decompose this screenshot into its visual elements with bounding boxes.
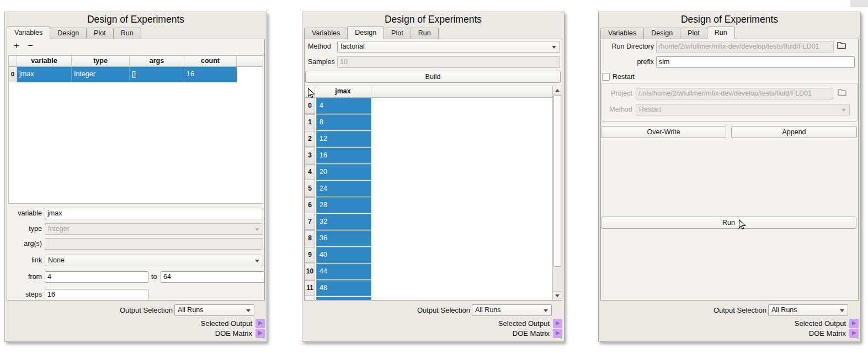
tab-plot[interactable]: Plot [86, 28, 114, 39]
table-row[interactable]: 1148 [305, 280, 553, 297]
cell-jmax[interactable]: 16 [316, 147, 371, 164]
method-select[interactable]: factorial [337, 41, 560, 52]
table-row[interactable]: 316 [305, 147, 553, 164]
selected-output-connector[interactable] [849, 319, 859, 328]
output-selection-label: Output Selection [417, 304, 470, 317]
selected-output-connector[interactable] [553, 319, 562, 328]
link-select[interactable]: None [45, 255, 263, 266]
output-selection-select[interactable]: All Runs [174, 304, 254, 316]
to-input[interactable]: 64 [161, 271, 264, 283]
overwrite-button[interactable]: Over-Write [601, 126, 726, 138]
tab-run[interactable]: Run [411, 28, 439, 39]
cell-jmax[interactable]: 52 [316, 297, 371, 300]
table-row[interactable]: 0 jmax Integer [] 16 [9, 67, 263, 82]
table-row[interactable]: 732 [305, 214, 553, 230]
cell-jmax[interactable]: 32 [316, 214, 371, 230]
row-index[interactable]: 12 [305, 297, 315, 300]
col-header-args[interactable]: args [130, 56, 184, 67]
tab-run[interactable]: Run [707, 27, 735, 39]
cell-variable[interactable]: jmax [17, 67, 72, 82]
row-index[interactable]: 10 [305, 264, 315, 280]
cell-jmax[interactable]: 8 [316, 114, 371, 130]
row-index[interactable]: 5 [305, 181, 315, 197]
table-row[interactable]: 420 [305, 164, 553, 181]
scroll-up-button[interactable] [553, 86, 562, 95]
variables-table-header: variable type args count [9, 56, 263, 67]
cell-jmax[interactable]: 36 [316, 230, 371, 246]
browse-run-directory-button[interactable] [837, 41, 848, 52]
tab-bar: Variables Design Plot Run [600, 27, 734, 39]
resize-grip[interactable] [559, 336, 562, 339]
tab-run[interactable]: Run [113, 28, 141, 39]
variable-input[interactable]: jmax [45, 208, 263, 219]
arrow-right-icon [258, 321, 263, 325]
row-index[interactable]: 0 [305, 98, 315, 114]
remove-variable-button[interactable]: − [25, 41, 35, 51]
steps-input[interactable]: 16 [45, 289, 148, 301]
tab-plot[interactable]: Plot [384, 28, 411, 39]
table-row[interactable]: 18 [305, 114, 553, 131]
build-button[interactable]: Build [305, 71, 561, 83]
table-row[interactable]: 524 [305, 181, 553, 197]
output-selection-label: Output Selection [713, 304, 766, 317]
tab-variables[interactable]: Variables [7, 27, 50, 39]
tab-variables[interactable]: Variables [304, 28, 348, 39]
output-area: Output Selection All Runs Selected Outpu… [302, 301, 564, 341]
prefix-input[interactable]: sim [656, 56, 855, 68]
row-index[interactable]: 3 [305, 147, 315, 164]
page-title: Design of Experiments [302, 14, 564, 25]
table-row[interactable]: 1044 [305, 264, 553, 280]
row-index[interactable]: 11 [305, 280, 315, 296]
col-header-variable[interactable]: variable [17, 56, 72, 67]
cell-jmax[interactable]: 28 [316, 197, 371, 213]
row-index[interactable]: 2 [305, 131, 315, 147]
resize-grip[interactable] [262, 336, 265, 339]
tab-plot[interactable]: Plot [680, 28, 707, 39]
run-button[interactable]: Run [601, 217, 856, 229]
col-header-count[interactable]: count [184, 56, 237, 67]
row-index[interactable]: 4 [305, 164, 315, 180]
cell-jmax[interactable]: 44 [316, 264, 371, 280]
row-index[interactable]: 7 [305, 214, 315, 230]
cell-type[interactable]: Integer [72, 67, 130, 82]
col-header-jmax[interactable]: jmax [315, 86, 371, 98]
restart-checkbox[interactable] [602, 73, 610, 81]
table-row[interactable]: 04 [305, 98, 553, 114]
scroll-down-button[interactable] [553, 291, 562, 300]
resize-grip[interactable] [855, 336, 859, 339]
table-row[interactable]: 212 [305, 131, 553, 147]
row-index[interactable]: 1 [305, 114, 315, 130]
add-variable-button[interactable]: + [12, 41, 22, 51]
cell-jmax[interactable]: 20 [316, 164, 371, 180]
cell-jmax[interactable]: 40 [316, 247, 371, 263]
from-input[interactable]: 4 [45, 271, 148, 283]
tab-variables[interactable]: Variables [600, 28, 644, 39]
col-header-type[interactable]: type [72, 56, 130, 67]
cell-jmax[interactable]: 12 [316, 131, 371, 147]
doe-matrix-label: DOE Matrix [809, 329, 846, 338]
tab-design[interactable]: Design [347, 27, 384, 39]
output-selection-value: All Runs [178, 306, 204, 314]
row-index[interactable]: 0 [9, 67, 17, 82]
table-row[interactable]: 1252 [305, 297, 553, 300]
chevron-down-icon [255, 260, 259, 262]
table-row[interactable]: 628 [305, 197, 553, 214]
scrollbar-thumb[interactable] [553, 95, 561, 267]
tab-design[interactable]: Design [50, 28, 87, 39]
selected-output-connector[interactable] [255, 319, 265, 328]
append-button[interactable]: Append [731, 126, 857, 138]
vertical-scrollbar[interactable] [552, 86, 562, 300]
output-selection-select[interactable]: All Runs [768, 304, 848, 316]
cell-args[interactable]: [] [130, 67, 184, 82]
table-row[interactable]: 836 [305, 230, 553, 247]
tab-design[interactable]: Design [643, 28, 680, 39]
cell-jmax[interactable]: 24 [316, 181, 371, 197]
cell-jmax[interactable]: 4 [316, 98, 371, 114]
output-selection-select[interactable]: All Runs [472, 304, 552, 316]
row-index[interactable]: 6 [305, 197, 315, 213]
cell-count[interactable]: 16 [184, 67, 237, 82]
row-index[interactable]: 8 [305, 230, 315, 246]
row-index[interactable]: 9 [305, 247, 315, 263]
cell-jmax[interactable]: 48 [316, 280, 371, 296]
table-row[interactable]: 940 [305, 247, 553, 264]
